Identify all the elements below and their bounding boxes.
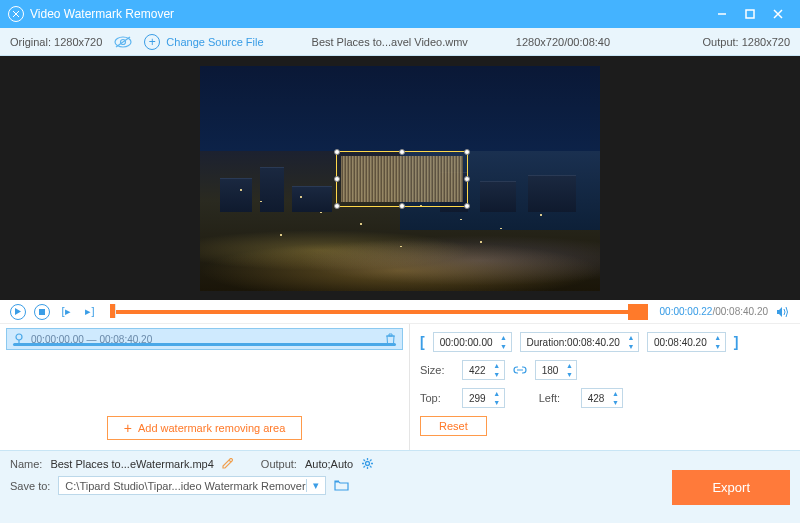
filename-label: Best Places to...avel Video.wmv xyxy=(276,36,504,48)
name-value: Best Places to...eWatermark.mp4 xyxy=(50,458,213,470)
size-label: Size: xyxy=(420,364,454,376)
save-to-label: Save to: xyxy=(10,480,50,492)
output-format-value: Auto;Auto xyxy=(305,458,353,470)
spin-down-icon: ▼ xyxy=(497,342,511,351)
range-start-input[interactable]: 00:00:00.00▲▼ xyxy=(433,332,512,352)
close-button[interactable] xyxy=(764,4,792,24)
svg-point-8 xyxy=(366,462,370,466)
maximize-button[interactable] xyxy=(736,4,764,24)
save-path-input[interactable]: C:\Tipard Studio\Tipar...ideo Watermark … xyxy=(58,476,325,495)
segment-item[interactable]: 00:00:00.00 — 00:08:40.20 xyxy=(6,328,403,350)
top-label: Top: xyxy=(420,392,454,404)
size-width-input[interactable]: 422▲▼ xyxy=(462,360,505,380)
output-settings-icon[interactable] xyxy=(361,457,374,470)
titlebar: Video Watermark Remover xyxy=(0,0,800,28)
output-label: Output: 1280x720 xyxy=(703,36,790,48)
preview-toggle-icon[interactable] xyxy=(114,36,132,48)
link-icon[interactable] xyxy=(513,365,527,375)
range-end-input[interactable]: 00:08:40.20▲▼ xyxy=(647,332,726,352)
timeline-marker-start[interactable] xyxy=(110,304,116,318)
file-dimensions-label: 1280x720/00:08:40 xyxy=(516,36,610,48)
pos-left-input[interactable]: 428▲▼ xyxy=(581,388,624,408)
open-folder-icon[interactable] xyxy=(334,480,349,491)
name-label: Name: xyxy=(10,458,42,470)
left-label: Left: xyxy=(539,392,573,404)
spin-up-icon: ▲ xyxy=(497,333,511,342)
stop-button[interactable] xyxy=(34,304,50,320)
plus-icon: + xyxy=(124,421,132,435)
timeline-slider[interactable] xyxy=(110,308,648,316)
middle-panel: 00:00:00.00 — 00:08:40.20 + Add watermar… xyxy=(0,324,800,450)
toolbar: Original: 1280x720 + Change Source File … xyxy=(0,28,800,56)
output-format-label: Output: xyxy=(261,458,297,470)
svg-rect-5 xyxy=(39,309,45,315)
size-height-input[interactable]: 180▲▼ xyxy=(535,360,578,380)
minimize-button[interactable] xyxy=(708,4,736,24)
play-button[interactable] xyxy=(10,304,26,320)
svg-rect-1 xyxy=(746,10,754,18)
video-frame xyxy=(200,66,600,291)
pos-top-input[interactable]: 299▲▼ xyxy=(462,388,505,408)
mark-in-button[interactable]: [▸ xyxy=(58,304,74,320)
mark-out-button[interactable]: ▸] xyxy=(82,304,98,320)
app-logo-icon xyxy=(8,6,24,22)
volume-icon[interactable] xyxy=(776,306,790,318)
bracket-left-icon[interactable]: [ xyxy=(420,334,425,350)
svg-point-6 xyxy=(16,334,22,340)
range-duration-input[interactable]: Duration:00:08:40.20▲▼ xyxy=(520,332,639,352)
edit-name-icon[interactable] xyxy=(222,458,233,469)
export-button[interactable]: Export xyxy=(672,470,790,505)
original-label: Original: 1280x720 xyxy=(10,36,102,48)
video-preview[interactable] xyxy=(0,56,800,300)
bottom-panel: Name: Best Places to...eWatermark.mp4 Ou… xyxy=(0,450,800,523)
plus-icon: + xyxy=(144,34,160,50)
selection-box[interactable] xyxy=(336,151,468,207)
playback-controls: [▸ ▸] 00:00:00.22/00:08:40.20 xyxy=(0,300,800,324)
segments-panel: 00:00:00.00 — 00:08:40.20 + Add watermar… xyxy=(0,324,410,450)
app-title: Video Watermark Remover xyxy=(30,7,708,21)
add-area-button[interactable]: + Add watermark removing area xyxy=(107,416,303,440)
reset-button[interactable]: Reset xyxy=(420,416,487,436)
time-display: 00:00:00.22/00:08:40.20 xyxy=(660,306,768,317)
timeline-marker-end[interactable] xyxy=(628,304,648,320)
properties-panel: [ 00:00:00.00▲▼ Duration:00:08:40.20▲▼ 0… xyxy=(410,324,800,450)
path-dropdown-icon[interactable]: ▾ xyxy=(306,479,319,492)
bracket-right-icon[interactable]: ] xyxy=(734,334,739,350)
change-source-button[interactable]: + Change Source File xyxy=(144,34,263,50)
